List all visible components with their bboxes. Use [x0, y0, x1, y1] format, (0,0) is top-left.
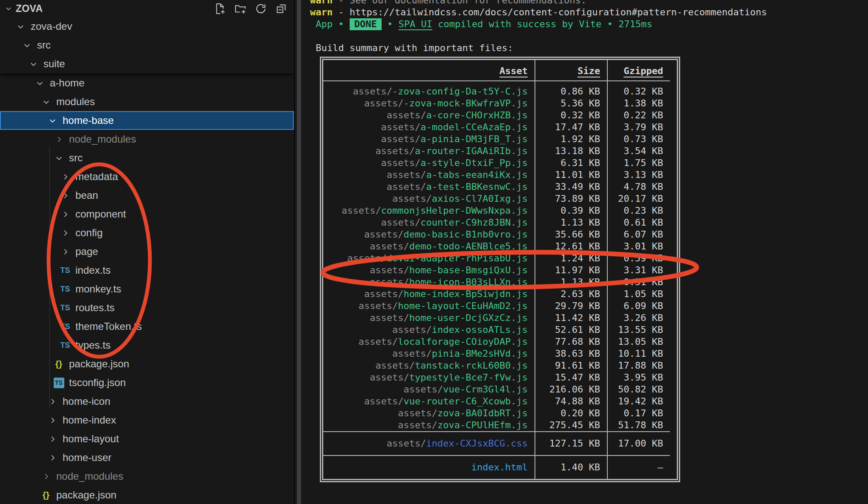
- tree-item-zova-dev[interactable]: zova-dev: [0, 17, 294, 36]
- size-cell: 1.13 KB: [535, 276, 607, 288]
- ts-file-icon: TS: [59, 320, 72, 333]
- asset-cell: index.html: [323, 455, 535, 479]
- tree-item-bean[interactable]: bean: [0, 186, 294, 205]
- gzipped-cell: 0.73 KB: [607, 133, 670, 145]
- tree-item-package.json[interactable]: {}package.json: [0, 355, 294, 373]
- size-cell: 0.86 KB: [535, 81, 607, 97]
- asset-table-body: assets/-zova-config-Da-t5Y-C.js0.86 KB0.…: [323, 81, 670, 479]
- ts-file-icon: TS: [59, 283, 72, 295]
- asset-prefix: assets/: [387, 181, 426, 192]
- chevron-right-icon[interactable]: [59, 189, 72, 202]
- chevron-right-icon[interactable]: [46, 414, 59, 427]
- asset-row: assets/zova-BA0IdbRT.js0.20 KB0.17 KB: [323, 407, 670, 419]
- asset-row: assets/counter-C9hz8JBN.js1.13 KB0.61 KB: [323, 217, 670, 229]
- asset-cell: assets/home-layout-CEuHAmD2.js: [323, 300, 535, 312]
- size-cell: 15.47 KB: [535, 372, 607, 384]
- tree-item-label: types.ts: [75, 339, 111, 351]
- asset-prefix: assets/: [387, 438, 426, 449]
- chevron-right-icon[interactable]: [46, 451, 59, 464]
- column-header-asset: Asset: [323, 60, 535, 81]
- tree-item-page[interactable]: page: [0, 242, 294, 261]
- collapse-all-icon[interactable]: [275, 2, 288, 15]
- new-file-icon[interactable]: [213, 2, 227, 15]
- panel-resize-sash[interactable]: [297, 0, 301, 504]
- tree-item-node_modules[interactable]: node_modules: [0, 467, 294, 486]
- ts-file-icon: TS: [59, 264, 72, 277]
- tree-item-suite[interactable]: suite: [0, 54, 294, 74]
- chevron-down-icon[interactable]: [33, 77, 46, 89]
- asset-row: assets/-zova-config-Da-t5Y-C.js0.86 KB0.…: [323, 81, 670, 97]
- chevron-right-icon[interactable]: [40, 470, 52, 483]
- tree-item-config[interactable]: config: [0, 223, 294, 242]
- asset-cell: assets/counter-C9hz8JBN.js: [323, 217, 535, 229]
- asset-filename: zova-BA0IdbRT.js: [437, 408, 528, 418]
- gzipped-cell: 17.00 KB: [607, 432, 670, 455]
- tree-item-node_modules[interactable]: node_modules: [0, 130, 294, 149]
- chevron-down-icon[interactable]: [20, 39, 33, 52]
- chevron-down-icon[interactable]: [46, 114, 59, 127]
- tree-item-home-index[interactable]: home-index: [0, 411, 294, 430]
- tree-item-src[interactable]: src: [0, 149, 294, 167]
- tree-item-home-layout[interactable]: home-layout: [0, 430, 294, 448]
- tree-item-label: modules: [56, 96, 95, 108]
- tree-item-component[interactable]: component: [0, 205, 294, 223]
- asset-row: assets/axios-Cl7A0Ixg.js73.89 KB20.17 KB: [323, 193, 670, 205]
- chevron-right-icon[interactable]: [59, 170, 72, 183]
- asset-cell: assets/vue-router-C6_Xcowb.js: [323, 395, 535, 407]
- chevron-right-icon[interactable]: [46, 395, 59, 408]
- gzipped-cell: 3.54 KB: [607, 145, 670, 157]
- tree-item-home-icon[interactable]: home-icon: [0, 392, 294, 411]
- asset-filename: home-base-BmsgiQxU.js: [409, 265, 528, 275]
- tree-item-monkey.ts[interactable]: TSmonkey.ts: [0, 280, 294, 298]
- tree-item-routes.ts[interactable]: TSroutes.ts: [0, 298, 294, 317]
- gzipped-cell: 13.05 KB: [607, 336, 670, 348]
- tree-item-themeToken.ts[interactable]: TSthemeToken.ts: [0, 317, 294, 336]
- tree-item-metadata[interactable]: metadata: [0, 167, 294, 186]
- spa-ui-link[interactable]: SPA UI: [398, 19, 432, 29]
- asset-row: assets/localforage-COioyDAP.js77.68 KB13…: [323, 336, 670, 348]
- chevron-right-icon[interactable]: [52, 133, 65, 146]
- explorer-section-header[interactable]: ZOVA: [0, 0, 294, 17]
- asset-cell: assets/vue-Crm3Gl4l.js: [323, 384, 535, 395]
- refresh-icon[interactable]: [254, 2, 267, 15]
- chevron-right-icon[interactable]: [59, 245, 72, 258]
- asset-cell: assets/typestyle-Bce7-fVw.js: [323, 372, 535, 384]
- column-header-size: Size: [535, 60, 607, 81]
- terminal-panel[interactable]: warn - See our documentation for recomme…: [302, 0, 868, 504]
- terminal-line-vite-status: App • DONE • SPA UI compiled with succes…: [310, 18, 868, 30]
- chevron-down-icon[interactable]: [40, 95, 52, 108]
- tree-item-label: page: [75, 246, 98, 258]
- tree-item-modules[interactable]: modules: [0, 92, 294, 111]
- chevron-down-icon[interactable]: [27, 57, 40, 70]
- tree-item-home-base[interactable]: home-base: [0, 111, 294, 130]
- tree-item-tsconfig.json[interactable]: TStsconfig.json: [0, 373, 294, 392]
- chevron-right-icon[interactable]: [59, 226, 72, 239]
- tree-item-label: zova-dev: [31, 20, 72, 32]
- chevron-down-icon[interactable]: [14, 20, 27, 33]
- ts-file-icon: TS: [59, 301, 72, 314]
- tree-item-label: routes.ts: [75, 302, 115, 314]
- tree-item-index.ts[interactable]: TSindex.ts: [0, 261, 294, 280]
- gzipped-cell: 17.88 KB: [607, 360, 670, 372]
- tree-item-label: tsconfig.json: [69, 377, 126, 389]
- asset-row: assets/home-icon-B03sLLXn.js1.13 KB0.51 …: [323, 276, 670, 288]
- asset-cell: assets/-zova-config-Da-t5Y-C.js: [323, 81, 535, 97]
- tree-item-label: node_modules: [56, 470, 123, 482]
- tree-item-package.json[interactable]: {}package.json: [0, 486, 294, 504]
- chevron-down-icon: [4, 4, 13, 13]
- tree-item-types.ts[interactable]: TStypes.ts: [0, 336, 294, 355]
- chevron-right-icon[interactable]: [46, 432, 59, 445]
- tree-item-src[interactable]: src: [0, 36, 294, 54]
- tree-item-label: src: [37, 39, 51, 51]
- asset-cell: assets/a-tabs-eean4iKx.js: [323, 169, 535, 181]
- chevron-down-icon[interactable]: [52, 152, 65, 164]
- asset-cell: assets/home-user-DcjGXzCz.js: [323, 312, 535, 324]
- tree-item-label: src: [69, 152, 83, 164]
- asset-prefix: assets/: [404, 384, 443, 395]
- asset-filename: a-router-IGAAiRIb.js: [415, 146, 528, 156]
- chevron-right-icon[interactable]: [59, 208, 72, 220]
- tree-item-label: home-user: [63, 452, 112, 464]
- new-folder-icon[interactable]: [234, 2, 247, 15]
- tree-item-home-user[interactable]: home-user: [0, 448, 294, 467]
- tree-item-a-home[interactable]: a-home: [0, 74, 294, 92]
